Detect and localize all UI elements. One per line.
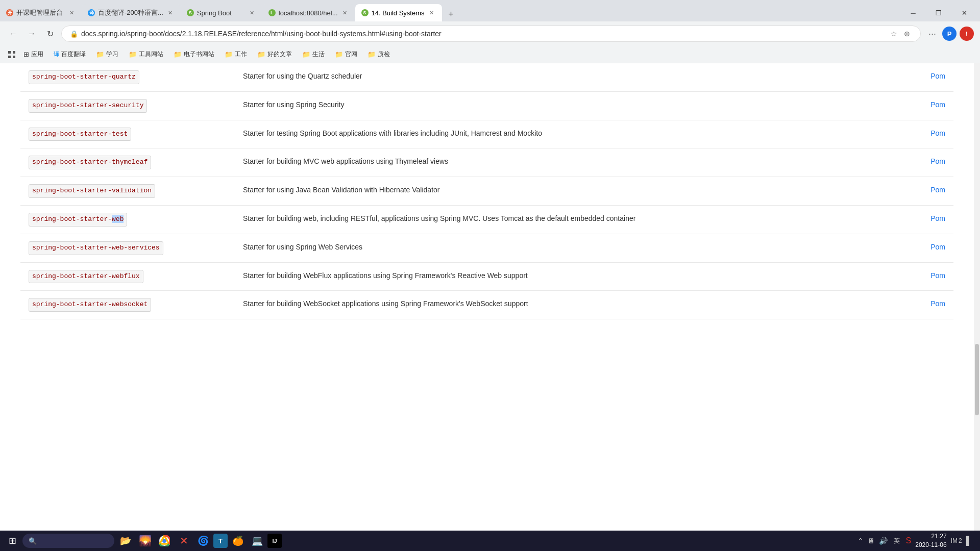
notification-area[interactable]: IM 2 xyxy=(951,537,962,544)
tab-3-close[interactable]: ✕ xyxy=(248,9,256,17)
maximize-button[interactable]: ❐ xyxy=(927,4,950,21)
tab-5-label: 14. Build Systems xyxy=(372,9,425,17)
pom-link-web[interactable]: Pom xyxy=(930,214,945,222)
back-button[interactable]: ← xyxy=(6,27,20,41)
notification-count: 2 xyxy=(959,537,962,544)
taskbar-app-app2[interactable]: 🍊 xyxy=(229,532,247,550)
tab-5-close[interactable]: ✕ xyxy=(428,9,436,17)
profile-button[interactable]: P xyxy=(942,27,957,41)
browser-chrome: 开 开课吧管理后台 ✕ 译 百度翻译-200种语言... ✕ S Spring … xyxy=(0,0,980,63)
bookmark-ebooks-label: 电子书网站 xyxy=(184,50,214,59)
language-indicator[interactable]: 英 xyxy=(892,537,902,545)
taskbar-apps: 📂 🌄 ✕ 🌀 T 🍊 💻 IJ xyxy=(116,532,282,550)
folder-icon-3: 📁 xyxy=(174,51,182,58)
new-tab-button[interactable]: + xyxy=(444,7,458,21)
sougou-icon[interactable]: S xyxy=(906,536,912,545)
tab-1[interactable]: 开 开课吧管理后台 ✕ xyxy=(0,4,82,21)
scrollbar-track[interactable] xyxy=(974,63,980,531)
table-row: spring-boot-starter-validation Starter f… xyxy=(20,177,953,206)
close-button[interactable]: ✕ xyxy=(952,4,976,21)
pom-link-web-services[interactable]: Pom xyxy=(930,243,945,251)
bookmark-quality[interactable]: 📁 质检 xyxy=(363,48,394,60)
taskbar-app-explorer[interactable]: 📂 xyxy=(116,532,135,550)
taskbar-search[interactable]: 🔍 xyxy=(22,534,114,548)
taskbar-app-app3[interactable]: 💻 xyxy=(248,532,266,550)
table-row: spring-boot-starter-websocket Starter fo… xyxy=(20,291,953,319)
page-content: spring-boot-starter-quartz Starter for u… xyxy=(0,63,974,531)
bookmark-official-label: 官网 xyxy=(345,50,357,59)
search-icon: 🔍 xyxy=(29,537,37,545)
window-controls: ─ ❐ ✕ xyxy=(901,4,980,21)
taskbar-app-typora[interactable]: T xyxy=(213,534,228,548)
svg-rect-3 xyxy=(13,56,15,58)
minimize-button[interactable]: ─ xyxy=(901,4,925,21)
starter-name-web-services: spring-boot-starter-web-services xyxy=(29,241,163,255)
starter-name-security: spring-boot-starter-security xyxy=(29,99,147,113)
bookmark-life[interactable]: 📁 生活 xyxy=(298,48,329,60)
bookmark-tools-label: 工具网站 xyxy=(139,50,163,59)
bookmark-articles[interactable]: 📁 好的文章 xyxy=(253,48,296,60)
pom-link-security[interactable]: Pom xyxy=(930,101,945,109)
tab-2-label: 百度翻译-200种语言... xyxy=(98,8,163,17)
pom-link-quartz[interactable]: Pom xyxy=(930,72,945,80)
tab-4-label: localhost:8080/hel... xyxy=(279,9,338,17)
lock-icon: 🔒 xyxy=(70,30,78,38)
volume-icon[interactable]: 🔊 xyxy=(879,537,888,545)
chevron-up-icon[interactable]: ⌃ xyxy=(857,537,864,545)
starter-name-validation: spring-boot-starter-validation xyxy=(29,184,155,198)
pom-link-validation[interactable]: Pom xyxy=(930,186,945,194)
tab-4-close[interactable]: ✕ xyxy=(341,9,349,17)
url-bar[interactable]: 🔒 docs.spring.io/spring-boot/docs/2.1.18… xyxy=(61,26,921,42)
browser-actions: ⋯ P ! xyxy=(925,27,974,41)
bookmark-life-label: 生活 xyxy=(312,50,325,59)
bookmark-star-icon[interactable]: ☆ xyxy=(889,29,899,39)
start-button[interactable]: ⊞ xyxy=(4,533,20,549)
tab-4[interactable]: L localhost:8080/hel... ✕ xyxy=(262,4,355,21)
reload-button[interactable]: ↻ xyxy=(43,27,57,41)
bookmark-yingyong[interactable]: ⊞ 应用 xyxy=(19,48,47,60)
taskbar-app-idea[interactable]: IJ xyxy=(267,534,282,548)
starter-name-web-highlighted: web xyxy=(112,215,124,223)
bookmark-work[interactable]: 📁 工作 xyxy=(220,48,251,60)
apps-grid-icon[interactable] xyxy=(6,49,17,60)
starter-name-web-prefix: spring-boot-starter- xyxy=(32,215,112,223)
apps-icon: ⊞ xyxy=(23,51,29,58)
forward-button[interactable]: → xyxy=(24,27,39,41)
bookmark-official[interactable]: 📁 官网 xyxy=(331,48,361,60)
scrollbar-thumb[interactable] xyxy=(975,344,979,415)
bookmark-ebooks[interactable]: 📁 电子书网站 xyxy=(169,48,218,60)
notification-button[interactable]: ! xyxy=(960,27,974,41)
clock-date: 2020-11-06 xyxy=(915,541,946,549)
tab-3-favicon: S xyxy=(187,9,194,16)
tab-5-favicon: S xyxy=(361,9,369,16)
pom-link-websocket[interactable]: Pom xyxy=(930,299,945,308)
tab-5[interactable]: S 14. Build Systems ✕ xyxy=(355,4,442,21)
taskbar-clock: 21:27 2020-11-06 xyxy=(915,532,946,549)
tab-3[interactable]: S Spring Boot ✕ xyxy=(181,4,262,21)
bookmark-baidu-translate-label: 百度翻译 xyxy=(61,50,86,59)
taskbar-app-photos[interactable]: 🌄 xyxy=(136,532,154,550)
translate-icon[interactable]: ⊕ xyxy=(902,29,912,39)
tab-2[interactable]: 译 百度翻译-200种语言... ✕ xyxy=(82,4,181,21)
tab-1-label: 开课吧管理后台 xyxy=(16,8,64,17)
taskbar-app-chrome[interactable] xyxy=(155,532,174,550)
extensions-button[interactable]: ⋯ xyxy=(925,27,939,41)
starter-name-test: spring-boot-starter-test xyxy=(29,128,131,141)
table-row: spring-boot-starter-webflux Starter for … xyxy=(20,262,953,291)
bookmark-baidu-translate[interactable]: 译 百度翻译 xyxy=(50,48,90,60)
bookmark-study[interactable]: 📁 学习 xyxy=(92,48,122,60)
taskbar-app-antivirus[interactable]: ✕ xyxy=(175,532,193,550)
network-icon[interactable]: 🖥 xyxy=(868,537,875,545)
folder-icon-2: 📁 xyxy=(129,51,137,58)
pom-link-thymeleaf[interactable]: Pom xyxy=(930,157,945,165)
pom-link-webflux[interactable]: Pom xyxy=(930,271,945,280)
tab-1-close[interactable]: ✕ xyxy=(67,9,76,17)
taskbar-app-app1[interactable]: 🌀 xyxy=(194,532,212,550)
tab-2-close[interactable]: ✕ xyxy=(166,9,175,17)
tab-3-label: Spring Boot xyxy=(197,9,245,17)
starter-name-webflux: spring-boot-starter-webflux xyxy=(29,270,143,284)
folder-icon-5: 📁 xyxy=(257,51,265,58)
show-desktop-button[interactable]: ▌ xyxy=(966,536,972,545)
pom-link-test[interactable]: Pom xyxy=(930,129,945,137)
bookmark-tools[interactable]: 📁 工具网站 xyxy=(125,48,167,60)
